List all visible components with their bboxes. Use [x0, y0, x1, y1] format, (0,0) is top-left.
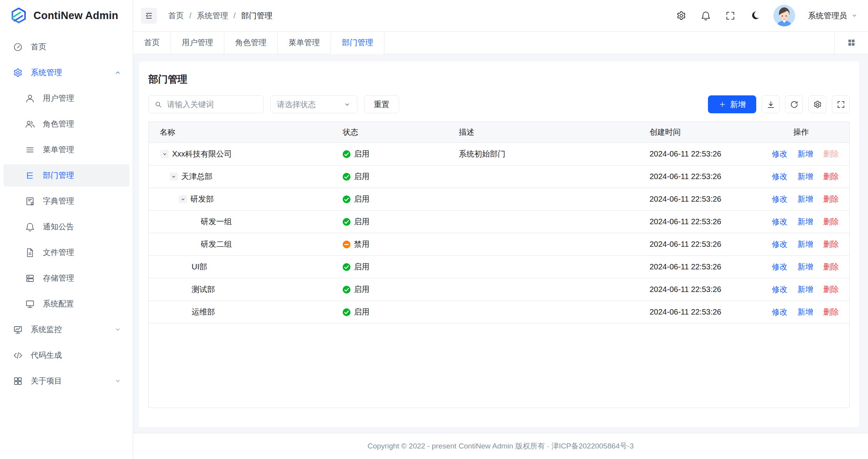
edit-link[interactable]: 修改	[772, 239, 787, 250]
name-cell: 研发一组	[149, 211, 336, 233]
logo[interactable]: ContiNew Admin	[0, 0, 133, 32]
description-cell	[452, 188, 643, 210]
sidebar-item-dict[interactable]: 字典管理	[4, 190, 129, 212]
add-child-link[interactable]: 新增	[798, 284, 813, 295]
sidebar-item-notice[interactable]: 通知公告	[4, 216, 129, 238]
tab-menu[interactable]: 菜单管理	[278, 32, 331, 54]
add-child-link[interactable]: 新增	[798, 149, 813, 159]
status-disabled-icon	[343, 241, 350, 248]
expand-toggle[interactable]	[179, 195, 187, 203]
search-input-wrapper	[148, 95, 264, 113]
breadcrumb: 首页/系统管理/部门管理	[168, 11, 272, 21]
delete-link[interactable]: 删除	[823, 239, 839, 250]
add-button-label: 新增	[730, 99, 746, 110]
name-cell: 研发二组	[149, 233, 336, 255]
column-settings-button[interactable]	[808, 95, 826, 113]
edit-link[interactable]: 修改	[772, 262, 787, 272]
search-input[interactable]	[167, 100, 258, 109]
sidebar-item-user[interactable]: 用户管理	[4, 87, 129, 109]
refresh-button[interactable]	[785, 95, 803, 113]
edit-link[interactable]: 修改	[772, 171, 787, 182]
description-cell	[452, 233, 643, 255]
file-icon	[25, 248, 35, 258]
status-label: 启用	[354, 171, 370, 182]
edit-link[interactable]: 修改	[772, 307, 787, 317]
actions-cell: 修改新增删除	[772, 278, 849, 301]
breadcrumb-separator: /	[189, 11, 192, 20]
export-button[interactable]	[762, 95, 780, 113]
sidebar-item-storage[interactable]: 存储管理	[4, 267, 129, 289]
status-enabled-icon	[343, 308, 350, 316]
breadcrumb-item[interactable]: 首页	[168, 11, 184, 21]
collapse-sidebar-button[interactable]	[141, 8, 157, 24]
sidebar-item-dept[interactable]: 部门管理	[4, 164, 129, 186]
edit-link[interactable]: 修改	[772, 149, 787, 159]
tab-options-button[interactable]	[834, 32, 868, 54]
sidebar-item-about[interactable]: 关于项目	[4, 370, 129, 392]
sidebar-item-system[interactable]: 系统管理	[4, 62, 129, 84]
edit-link[interactable]: 修改	[772, 284, 787, 295]
status-cell: 启用	[336, 143, 452, 165]
tab-user[interactable]: 用户管理	[171, 32, 224, 54]
add-child-link[interactable]: 新增	[798, 194, 813, 204]
users-icon	[25, 119, 35, 129]
add-child-link[interactable]: 新增	[798, 307, 813, 317]
sidebar-item-role[interactable]: 角色管理	[4, 113, 129, 135]
sidebar-item-file[interactable]: 文件管理	[4, 241, 129, 264]
fullscreen-button[interactable]	[724, 10, 736, 21]
expand-toggle[interactable]	[160, 150, 169, 158]
status-select[interactable]: 请选择状态	[270, 95, 357, 113]
status-label: 启用	[354, 262, 370, 272]
sidebar-item-label: 菜单管理	[43, 144, 121, 155]
add-child-link[interactable]: 新增	[798, 171, 813, 182]
breadcrumb-item[interactable]: 系统管理	[197, 11, 228, 21]
add-child-link[interactable]: 新增	[798, 262, 813, 272]
expand-toggle[interactable]	[170, 172, 178, 181]
tab-dept[interactable]: 部门管理	[331, 32, 384, 54]
sidebar-item-label: 关于项目	[31, 376, 114, 386]
column-header: 描述	[452, 122, 643, 142]
notifications-button[interactable]	[700, 10, 711, 21]
avatar[interactable]	[773, 5, 795, 26]
chevron-down-icon	[114, 326, 121, 333]
toolbar: 请选择状态 重置 新增	[148, 95, 850, 113]
delete-link[interactable]: 删除	[823, 171, 839, 182]
delete-link[interactable]: 删除	[823, 307, 839, 317]
delete-link[interactable]: 删除	[823, 194, 839, 204]
tab-role[interactable]: 角色管理	[224, 32, 278, 54]
sidebar: ContiNew Admin 首页系统管理用户管理角色管理菜单管理部门管理字典管…	[0, 0, 133, 459]
add-child-link[interactable]: 新增	[798, 216, 813, 227]
status-enabled-icon	[343, 173, 350, 181]
sidebar-item-home[interactable]: 首页	[4, 36, 129, 58]
delete-link[interactable]: 删除	[823, 284, 839, 295]
delete-link[interactable]: 删除	[823, 262, 839, 272]
sidebar-item-menu[interactable]: 菜单管理	[4, 139, 129, 161]
fullscreen-icon	[725, 11, 736, 21]
table-fullscreen-button[interactable]	[832, 95, 850, 113]
created-time-cell: 2024-06-11 22:53:26	[643, 143, 772, 165]
reset-button[interactable]: 重置	[364, 95, 399, 113]
sidebar-item-config[interactable]: 系统配置	[4, 293, 129, 315]
app-title: ContiNew Admin	[33, 10, 118, 22]
table-header-row: 名称状态描述创建时间操作	[149, 122, 849, 143]
app-root: ContiNew Admin 首页系统管理用户管理角色管理菜单管理部门管理字典管…	[0, 0, 868, 459]
table-row: 研发部启用2024-06-11 22:53:26修改新增删除	[149, 188, 849, 211]
tab-home[interactable]: 首页	[133, 32, 171, 54]
add-button[interactable]: 新增	[708, 95, 756, 113]
tab-list: 首页用户管理角色管理菜单管理部门管理	[133, 32, 384, 54]
user-menu[interactable]: 系统管理员	[808, 11, 858, 21]
edit-link[interactable]: 修改	[772, 216, 787, 227]
settings-button[interactable]	[675, 10, 687, 21]
add-child-link[interactable]: 新增	[798, 239, 813, 250]
user-name: 系统管理员	[808, 11, 847, 21]
sidebar-item-monitor[interactable]: 系统监控	[4, 318, 129, 341]
moon-icon	[750, 11, 760, 21]
delete-link[interactable]: 删除	[823, 216, 839, 227]
created-time-cell: 2024-06-11 22:53:26	[643, 256, 772, 278]
dark-mode-toggle[interactable]	[749, 10, 761, 21]
breadcrumb-item: 部门管理	[241, 11, 272, 21]
sidebar-item-codegen[interactable]: 代码生成	[4, 344, 129, 366]
chevron-down-icon	[343, 101, 351, 108]
table-row: 运维部启用2024-06-11 22:53:26修改新增删除	[149, 301, 849, 324]
edit-link[interactable]: 修改	[772, 194, 787, 204]
